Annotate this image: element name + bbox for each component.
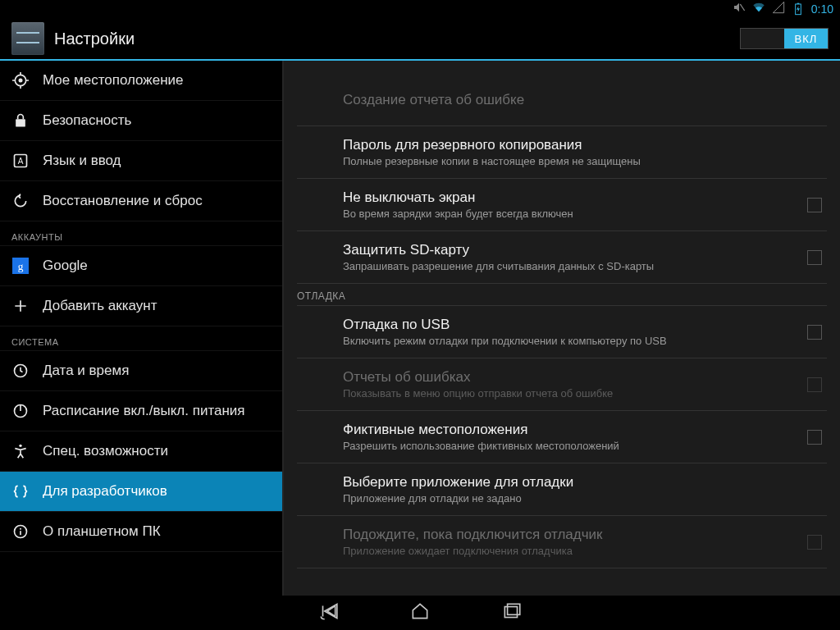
settings-app-icon	[11, 22, 44, 55]
sidebar-item-label: Восстановление и сброс	[43, 193, 203, 209]
sidebar-item-label: Дата и время	[43, 363, 129, 379]
sidebar-item-label: Для разработчиков	[43, 483, 167, 500]
checkbox[interactable]	[807, 377, 822, 392]
sidebar-item-label: Язык и ввод	[43, 153, 121, 169]
battery-charging-icon	[792, 2, 805, 16]
sidebar-item-date-time[interactable]: Дата и время	[0, 351, 282, 391]
setting-title: Отчеты об ошибках	[343, 369, 797, 386]
setting-title: Подождите, пока подключится отладчик	[343, 527, 797, 543]
clock-icon	[11, 362, 30, 380]
svg-line-0	[740, 4, 744, 11]
checkbox[interactable]	[807, 198, 822, 212]
system-navigation-bar	[0, 596, 840, 630]
setting-usb-debugging[interactable]: Отладка по USB Включить режим отладки пр…	[297, 306, 827, 358]
sidebar-item-label: Безопасность	[43, 112, 131, 129]
setting-subtitle: Показывать в меню опцию отправки отчета …	[343, 387, 797, 399]
setting-subtitle: Запрашивать разрешение для считывания да…	[343, 260, 797, 272]
setting-title: Фиктивные местоположения	[343, 422, 797, 438]
setting-title: Выберите приложение для отладки	[343, 474, 827, 491]
setting-subtitle: Разрешить использование фиктивных местоп…	[343, 440, 797, 452]
svg-rect-5	[16, 119, 25, 126]
sidebar-item-label: Добавить аккаунт	[43, 298, 158, 314]
sidebar-item-developer-options[interactable]: Для разработчиков	[0, 472, 282, 512]
sidebar-item-backup-reset[interactable]: Восстановление и сброс	[0, 181, 282, 221]
cell-signal-icon	[772, 1, 785, 17]
sidebar-item-google[interactable]: g Google	[0, 246, 282, 286]
recent-apps-button[interactable]	[501, 600, 523, 625]
developer-options-panel: Создание отчета об ошибке Пароль для рез…	[284, 61, 840, 596]
setting-subtitle: Во время зарядки экран будет всегда вклю…	[343, 208, 797, 220]
developer-options-toggle[interactable]: ВКЛ	[740, 28, 829, 49]
accessibility-icon	[11, 442, 30, 460]
page-title: Настройки	[54, 30, 135, 48]
sidebar-section-accounts: АККАУНТЫ	[0, 221, 282, 246]
svg-rect-15	[20, 531, 21, 535]
sidebar-item-label: Google	[43, 258, 88, 274]
plus-icon	[11, 297, 30, 315]
setting-bug-report-menu[interactable]: Отчеты об ошибках Показывать в меню опци…	[297, 358, 827, 411]
action-bar: Настройки ВКЛ	[0, 18, 840, 61]
sidebar-item-location[interactable]: Мое местоположение	[0, 61, 282, 101]
setting-select-debug-app[interactable]: Выберите приложение для отладки Приложен…	[297, 463, 827, 516]
settings-sidebar: Мое местоположение Безопасность A Язык и…	[0, 61, 284, 596]
setting-backup-password[interactable]: Пароль для резервного копирования Полные…	[297, 126, 827, 179]
mute-icon	[733, 1, 746, 17]
svg-rect-17	[508, 604, 520, 614]
setting-subtitle: Полные резервные копии в настоящее время…	[343, 155, 827, 167]
setting-stay-awake[interactable]: Не выключать экран Во время зарядки экра…	[297, 179, 827, 231]
svg-text:g: g	[18, 260, 24, 272]
svg-rect-16	[504, 607, 517, 618]
sidebar-item-label: Спец. возможности	[43, 443, 168, 459]
sidebar-item-about-tablet[interactable]: О планшетном ПК	[0, 512, 282, 552]
status-clock: 0:10	[811, 2, 833, 16]
checkbox[interactable]	[807, 325, 822, 340]
restore-icon	[11, 192, 30, 210]
checkbox[interactable]	[807, 535, 822, 550]
setting-subtitle: Приложение для отладки не задано	[343, 492, 827, 504]
sidebar-item-label: Мое местоположение	[43, 72, 184, 89]
setting-protect-sd[interactable]: Защитить SD-карту Запрашивать разрешение…	[297, 231, 827, 284]
section-label-debug: ОТЛАДКА	[297, 284, 827, 306]
back-button[interactable]	[317, 600, 339, 625]
setting-bug-report[interactable]: Создание отчета об ошибке	[297, 74, 827, 126]
language-icon: A	[11, 152, 30, 170]
sidebar-item-language[interactable]: A Язык и ввод	[0, 141, 282, 181]
setting-wait-for-debugger[interactable]: Подождите, пока подключится отладчик При…	[297, 516, 827, 568]
toggle-on-side: ВКЛ	[784, 29, 828, 48]
setting-title: Отладка по USB	[343, 317, 797, 333]
info-icon	[11, 523, 30, 541]
location-icon	[11, 71, 30, 89]
svg-point-12	[19, 445, 21, 447]
braces-icon	[11, 482, 30, 500]
setting-title: Не выключать экран	[343, 189, 797, 206]
sidebar-item-add-account[interactable]: Добавить аккаунт	[0, 286, 282, 326]
setting-mock-locations[interactable]: Фиктивные местоположения Разрешить испол…	[297, 411, 827, 463]
google-icon: g	[11, 257, 30, 275]
svg-rect-2	[797, 3, 799, 4]
svg-text:A: A	[18, 157, 24, 166]
setting-title: Создание отчета об ошибке	[343, 92, 827, 108]
svg-point-3	[19, 79, 23, 83]
setting-subtitle: Включить режим отладки при подключении к…	[343, 335, 797, 347]
setting-subtitle: Приложение ожидает подключения отладчика	[343, 545, 797, 557]
svg-point-14	[20, 528, 21, 530]
power-schedule-icon	[11, 402, 30, 420]
wifi-icon	[752, 1, 765, 17]
setting-title: Пароль для резервного копирования	[343, 137, 827, 153]
sidebar-item-label: Расписание вкл./выкл. питания	[43, 403, 245, 419]
sidebar-item-accessibility[interactable]: Спец. возможности	[0, 431, 282, 472]
sidebar-item-label: О планшетном ПК	[43, 523, 161, 540]
setting-title: Защитить SD-карту	[343, 242, 797, 258]
status-bar: 0:10	[0, 0, 840, 18]
home-button[interactable]	[409, 600, 431, 625]
sidebar-item-power-schedule[interactable]: Расписание вкл./выкл. питания	[0, 391, 282, 431]
sidebar-section-system: СИСТЕМА	[0, 326, 282, 351]
toggle-off-side	[741, 29, 784, 48]
checkbox[interactable]	[807, 250, 822, 265]
sidebar-item-security[interactable]: Безопасность	[0, 101, 282, 141]
lock-icon	[11, 112, 30, 130]
checkbox[interactable]	[807, 430, 822, 445]
